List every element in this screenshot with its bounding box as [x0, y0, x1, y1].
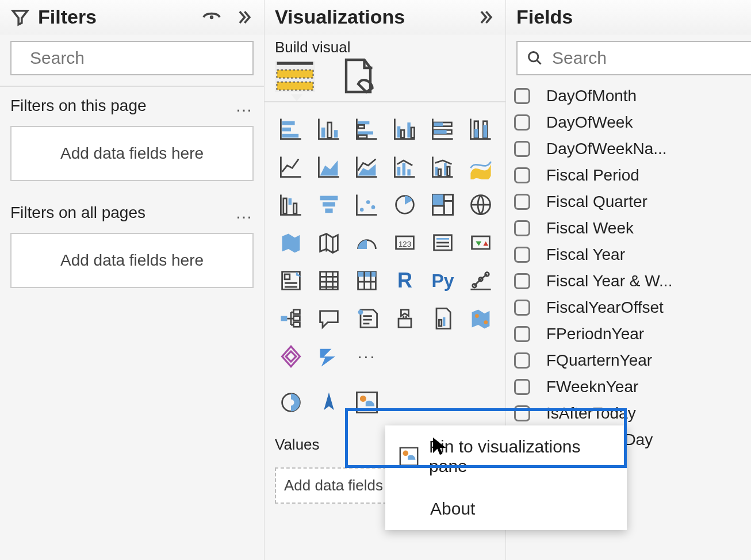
field-checkbox[interactable] [514, 220, 530, 236]
eye-icon[interactable] [202, 7, 221, 27]
viz-title: Visualizations [275, 6, 405, 28]
field-item[interactable]: DayOfMonth [514, 87, 751, 105]
filters-all-dropwell[interactable]: Add data fields here [10, 233, 254, 288]
more-icon[interactable]: … [235, 96, 254, 116]
tab-format-visual[interactable] [338, 61, 378, 92]
field-checkbox[interactable] [514, 88, 530, 104]
python-visual-icon[interactable]: Py [427, 264, 459, 297]
collapse-icon[interactable] [234, 7, 254, 27]
power-automate-visual-icon[interactable] [313, 340, 345, 373]
clustered-column-chart-icon[interactable] [389, 113, 421, 145]
line-stacked-column-chart-icon[interactable] [389, 151, 421, 183]
field-checkbox[interactable] [514, 114, 530, 131]
field-label: Fiscal Quarter [546, 193, 647, 211]
waterfall-chart-icon[interactable] [275, 189, 307, 221]
more-icon[interactable]: … [235, 203, 254, 223]
treemap-icon[interactable] [427, 189, 459, 221]
field-checkbox[interactable] [514, 379, 530, 395]
pie-chart-icon[interactable] [389, 189, 421, 221]
key-influencers-icon[interactable] [465, 264, 497, 297]
field-item[interactable]: FPeriodnYear [514, 325, 751, 343]
collapse-icon[interactable] [476, 7, 495, 27]
map-icon[interactable] [465, 189, 497, 221]
filter-icon [10, 7, 30, 27]
r-visual-icon[interactable]: R [389, 264, 421, 297]
line-chart-icon[interactable] [275, 151, 307, 183]
scatter-chart-icon[interactable] [351, 189, 383, 221]
field-item[interactable]: DayOfWeekNa... [514, 140, 751, 158]
stacked-area-chart-icon[interactable] [351, 151, 383, 183]
stacked-bar-chart-icon[interactable] [275, 113, 307, 145]
tab-build-visual[interactable] [275, 61, 315, 92]
decomposition-tree-icon[interactable] [275, 302, 307, 335]
field-item[interactable]: FiscalYearOffset [514, 298, 751, 317]
fields-header: Fields [506, 3, 751, 35]
svg-point-72 [475, 314, 479, 318]
field-checkbox[interactable] [514, 405, 530, 421]
field-item[interactable]: DayOfWeek [514, 113, 751, 132]
field-checkbox[interactable] [514, 194, 530, 210]
slicer-icon[interactable] [275, 264, 307, 297]
powerapps-visual-icon[interactable] [275, 340, 307, 373]
arcgis-map-icon[interactable] [465, 302, 497, 335]
filters-search[interactable] [10, 41, 254, 75]
multi-row-card-icon[interactable] [427, 227, 459, 259]
paginated-report-icon[interactable] [427, 302, 459, 335]
fields-search-input[interactable] [551, 48, 751, 68]
card-icon[interactable]: 123 [389, 227, 421, 259]
field-item[interactable]: Fiscal Year & W... [514, 272, 751, 290]
area-chart-icon[interactable] [313, 151, 345, 183]
field-item[interactable]: Fiscal Year [514, 246, 751, 264]
kpi-icon[interactable] [465, 227, 497, 259]
funnel-chart-icon[interactable] [313, 189, 345, 221]
field-checkbox[interactable] [514, 273, 530, 289]
100-stacked-column-chart-icon[interactable] [465, 113, 497, 145]
custom-visual-donut-icon[interactable] [275, 386, 307, 419]
matrix-icon[interactable] [351, 264, 383, 297]
field-item[interactable]: Fiscal Quarter [514, 193, 751, 211]
stacked-column-chart-icon[interactable] [313, 113, 345, 145]
shape-map-icon[interactable] [313, 227, 345, 259]
ribbon-chart-icon[interactable] [465, 151, 497, 183]
field-checkbox[interactable] [514, 300, 530, 316]
svg-rect-68 [293, 323, 300, 327]
line-clustered-column-chart-icon[interactable] [427, 151, 459, 183]
clustered-bar-chart-icon[interactable] [351, 113, 383, 145]
custom-visual-navigator-icon[interactable] [313, 386, 345, 419]
svg-point-69 [358, 310, 363, 315]
field-checkbox[interactable] [514, 352, 530, 369]
field-label: DayOfWeekNa... [546, 140, 667, 158]
qa-visual-icon[interactable] [313, 302, 345, 335]
filters-page-dropwell[interactable]: Add data fields here [10, 126, 254, 181]
svg-rect-35 [289, 198, 292, 205]
svg-point-42 [371, 205, 376, 209]
filled-map-icon[interactable] [275, 227, 307, 259]
fields-search[interactable] [516, 41, 751, 75]
field-item[interactable]: FWeeknYear [514, 378, 751, 396]
svg-point-40 [360, 208, 364, 212]
filters-search-input[interactable] [29, 48, 250, 68]
field-checkbox[interactable] [514, 167, 530, 183]
field-item[interactable]: Fiscal Period [514, 166, 751, 185]
svg-rect-17 [407, 122, 411, 137]
field-label: DayOfMonth [546, 87, 637, 105]
custom-visual-weather-icon[interactable] [351, 386, 383, 419]
gauge-icon[interactable] [351, 227, 383, 259]
field-checkbox[interactable] [514, 247, 530, 263]
smart-narrative-icon[interactable] [351, 302, 383, 335]
goals-icon[interactable] [389, 302, 421, 335]
custom-visuals-row [265, 376, 505, 424]
field-label: Fiscal Year & W... [546, 272, 672, 290]
field-item[interactable]: IsAfterToday [514, 404, 751, 423]
menu-about-label: About [430, 499, 475, 519]
more-visuals-icon[interactable]: ··· [351, 340, 383, 373]
field-item[interactable]: Fiscal Week [514, 219, 751, 237]
table-icon[interactable] [313, 264, 345, 297]
field-item[interactable]: FQuarternYear [514, 351, 751, 370]
filters-all-label: Filters on all pages [10, 204, 145, 222]
menu-about[interactable]: About [385, 488, 627, 530]
menu-pin-to-pane[interactable]: Pin to visualizations pane [385, 425, 627, 488]
100-stacked-bar-chart-icon[interactable] [427, 113, 459, 145]
field-checkbox[interactable] [514, 326, 530, 342]
field-checkbox[interactable] [514, 141, 530, 157]
